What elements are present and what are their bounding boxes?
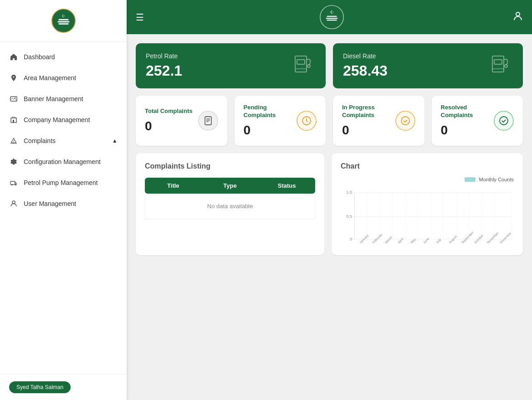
legend-label: Monthly Counts: [479, 177, 514, 182]
svg-text:☪: ☪: [62, 14, 65, 18]
bottom-section: Complaints Listing Title Type Status No …: [136, 153, 523, 255]
sidebar-logo: ☪: [0, 0, 127, 42]
svg-text:1.0: 1.0: [346, 190, 352, 195]
complaints-listing-title: Complaints Listing: [145, 162, 315, 170]
petrol-rate-label: Petrol Rate: [146, 52, 182, 60]
pending-complaints-card: Pending Complaints 0: [235, 96, 326, 146]
building-icon: [9, 115, 18, 124]
table-header-status: Status: [258, 182, 315, 189]
resolved-complaints-label: Resolved Complaints: [441, 104, 494, 119]
svg-rect-16: [326, 18, 338, 19]
sidebar-item-label: Dashboard: [24, 53, 118, 61]
svg-rect-2: [58, 19, 68, 21]
user-profile-icon[interactable]: [513, 11, 523, 23]
main-area: ☰ ☪ Petrol Rate 252.1: [127, 0, 532, 400]
table-header: Title Type Status: [145, 178, 315, 194]
total-complaints-info: Total Complaints 0: [145, 108, 192, 133]
location-icon: [9, 73, 18, 82]
svg-point-10: [11, 185, 13, 186]
svg-point-6: [15, 97, 15, 98]
pending-complaints-icon: [297, 111, 317, 131]
truck-icon: [9, 178, 18, 187]
petrol-rate-info: Petrol Rate 252.1: [146, 52, 182, 79]
rate-cards: Petrol Rate 252.1 Diesel Rate 258: [136, 43, 523, 88]
legend-color-swatch: [465, 177, 476, 182]
image-icon: [9, 94, 18, 103]
in-progress-complaints-label: In Progress Complaints: [342, 104, 395, 119]
svg-rect-4: [58, 23, 68, 25]
svg-rect-9: [10, 181, 15, 185]
svg-text:December: December: [499, 231, 512, 244]
header-logo: ☪: [151, 5, 513, 30]
sidebar-item-area-management[interactable]: Area Management: [0, 67, 127, 88]
svg-rect-23: [494, 60, 502, 64]
header-logo-icon: ☪: [319, 5, 344, 30]
in-progress-complaints-value: 0: [342, 123, 395, 138]
resolved-complaints-value: 0: [441, 123, 494, 138]
home-icon: [9, 52, 18, 62]
gear-icon: [9, 157, 18, 166]
petrol-rate-value: 252.1: [146, 62, 182, 79]
svg-text:November: November: [486, 231, 499, 244]
chart-card: Chart Monthly Counts 1.0 0.5 0: [332, 153, 523, 255]
resolved-complaints-card: Resolved Complaints 0: [432, 96, 523, 146]
diesel-rate-card: Diesel Rate 258.43: [333, 43, 523, 88]
svg-rect-25: [205, 117, 211, 125]
total-complaints-value: 0: [145, 119, 192, 133]
sidebar-item-configuration-management[interactable]: Configuration Management: [0, 151, 127, 172]
dashboard-content: Petrol Rate 252.1 Diesel Rate 258: [127, 34, 532, 400]
svg-text:October: October: [474, 233, 484, 244]
svg-point-18: [516, 12, 520, 16]
svg-point-11: [15, 185, 16, 186]
diesel-rate-info: Diesel Rate 258.43: [343, 52, 388, 79]
petrol-pump-icon: [291, 51, 316, 80]
sidebar: ☪ Dashboard Area Management Banner Manag…: [0, 0, 127, 400]
svg-point-30: [401, 117, 409, 125]
sidebar-item-label: User Management: [24, 200, 118, 207]
svg-text:April: April: [397, 237, 404, 244]
resolved-complaints-info: Resolved Complaints 0: [441, 104, 494, 138]
diesel-pump-icon: [488, 51, 513, 80]
chevron-up-icon: ▲: [112, 138, 118, 144]
sidebar-item-company-management[interactable]: Company Management: [0, 109, 127, 130]
svg-text:☪: ☪: [330, 10, 334, 15]
complaints-listing-card: Complaints Listing Title Type Status No …: [136, 153, 324, 255]
svg-text:May: May: [410, 237, 417, 244]
sidebar-item-complaints[interactable]: Complaints ▲: [0, 130, 127, 151]
total-complaints-card: Total Complaints 0: [136, 96, 227, 146]
sidebar-item-banner-management[interactable]: Banner Management: [0, 88, 127, 109]
diesel-rate-value: 258.43: [343, 62, 388, 79]
sidebar-item-label: Banner Management: [24, 95, 118, 103]
in-progress-complaints-icon: [395, 111, 415, 131]
svg-point-31: [500, 117, 508, 125]
sidebar-item-user-management[interactable]: User Management: [0, 193, 127, 214]
chart-svg: 1.0 0.5 0: [341, 187, 514, 246]
no-data-label: No data available: [207, 203, 253, 210]
user-badge: Syed Talha Salman: [9, 381, 71, 393]
hamburger-icon[interactable]: ☰: [136, 12, 144, 23]
pending-complaints-info: Pending Complaints 0: [244, 104, 297, 138]
svg-point-21: [307, 65, 310, 67]
sidebar-item-label: Company Management: [24, 116, 118, 123]
svg-rect-15: [327, 16, 337, 17]
chart-title: Chart: [341, 162, 514, 170]
svg-text:February: February: [372, 232, 384, 244]
chart-area: 1.0 0.5 0: [341, 187, 514, 246]
svg-rect-8: [13, 120, 14, 123]
svg-rect-17: [327, 20, 337, 21]
sidebar-item-dashboard[interactable]: Dashboard: [0, 46, 127, 67]
user-icon: [9, 199, 18, 208]
stat-cards: Total Complaints 0 Pending Complaints 0: [136, 96, 523, 146]
sidebar-item-petrol-pump-management[interactable]: Petrol Pump Management: [0, 172, 127, 193]
svg-text:March: March: [384, 236, 393, 244]
sidebar-footer: Syed Talha Salman: [0, 374, 127, 400]
sidebar-item-label: Area Management: [24, 74, 118, 82]
sidebar-navigation: Dashboard Area Management Banner Managem…: [0, 42, 127, 374]
sidebar-logo-icon: ☪: [51, 8, 76, 33]
svg-point-13: [320, 5, 343, 29]
table-header-type: Type: [202, 182, 259, 189]
svg-text:June: June: [423, 237, 430, 244]
pending-complaints-value: 0: [244, 123, 297, 138]
svg-text:0.5: 0.5: [346, 214, 352, 219]
svg-point-24: [505, 65, 507, 67]
